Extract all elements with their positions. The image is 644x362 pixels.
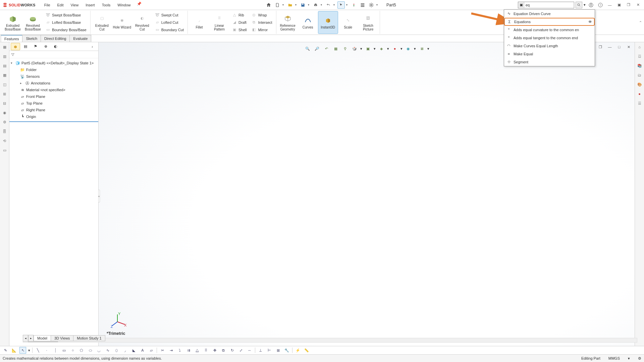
plane-sk-icon[interactable]: ▱ — [148, 347, 155, 354]
trim-icon[interactable]: ✂ — [159, 347, 166, 354]
ellipse-icon[interactable]: ⬯ — [113, 347, 120, 354]
display-style-icon[interactable]: ▣ — [364, 45, 372, 52]
zoom-fit-icon[interactable]: 🔍 — [304, 45, 311, 52]
select-icon[interactable] — [337, 1, 345, 9]
rebuild-icon[interactable] — [350, 1, 358, 9]
collapse-ribbon-icon[interactable]: ⌃ — [639, 20, 642, 24]
tab-motion-study[interactable]: Motion Study 1 — [73, 335, 105, 341]
menu-insert[interactable]: Insert — [83, 2, 98, 8]
point-icon[interactable]: · — [43, 347, 50, 354]
tree-folder[interactable]: 📁Folder — [10, 66, 98, 73]
menu-view[interactable]: View — [68, 2, 82, 8]
line-icon[interactable]: ╲ — [35, 347, 41, 354]
layout-icon[interactable]: ▣ — [615, 2, 623, 8]
save-icon[interactable] — [299, 1, 307, 9]
mdi-restore-icon[interactable]: ❐ — [596, 44, 604, 50]
tree-origin[interactable]: ┗Origin — [10, 113, 98, 120]
curves-button[interactable]: Curves — [298, 11, 318, 34]
offset-icon[interactable]: ⇉ — [185, 347, 192, 354]
apply-scene-icon[interactable]: ◉ — [405, 45, 412, 52]
move-icon[interactable]: ✥ — [211, 347, 218, 354]
toolbox-icon[interactable]: 🗄 — [1, 128, 8, 135]
view-orientation-icon[interactable]: 🎲 — [351, 45, 358, 52]
new-icon[interactable] — [274, 1, 281, 9]
file-explorer-icon[interactable]: 🗂 — [636, 72, 643, 78]
tree-top-plane[interactable]: ▱Top Plane — [10, 100, 98, 107]
scale-sk-icon[interactable]: ⤢ — [237, 347, 244, 354]
circle-icon[interactable]: ○ — [69, 347, 76, 354]
tab-features[interactable]: Features — [1, 35, 22, 42]
menu-edit[interactable]: Edit — [55, 2, 66, 8]
previous-view-icon[interactable]: ↶ — [323, 45, 330, 52]
fm-tab-display[interactable]: ◐ — [51, 43, 60, 50]
tab-model[interactable]: Model — [34, 335, 51, 341]
mdi-maximize-icon[interactable]: □ — [615, 44, 623, 50]
expand-icon[interactable]: ▸ — [20, 81, 23, 85]
display-relation-icon[interactable]: ⊢ — [266, 347, 273, 354]
suggest-equation-driven-curve[interactable]: ∿ Equation Driven Curve — [504, 10, 595, 18]
table-icon[interactable]: ⊞ — [1, 90, 8, 97]
tab-3dviews[interactable]: 3D Views — [51, 335, 73, 341]
smart-dimension-icon[interactable]: 📐 — [11, 347, 17, 354]
design-library-icon[interactable]: 📚 — [636, 62, 643, 69]
help-icon[interactable]: ? — [596, 2, 604, 8]
hide-show-icon[interactable]: ◈ — [378, 45, 385, 52]
sheet-icon[interactable]: ▤ — [1, 62, 8, 69]
rapid-sketch-icon[interactable]: ⚡ — [294, 347, 301, 354]
extruded-boss-button[interactable]: Extruded Boss/Base — [3, 11, 23, 34]
suggest-equal-length[interactable]: ◠ Make Curves Equal Length — [504, 42, 595, 50]
fm-tab-property[interactable]: ▤ — [21, 43, 30, 50]
tree-front-plane[interactable]: ▱Front Plane — [10, 93, 98, 100]
suggest-make-equal[interactable]: = Make Equal — [504, 50, 595, 58]
convert-icon[interactable]: ⤵ — [176, 347, 183, 354]
dimxpert-icon[interactable]: ⊟ — [1, 100, 8, 107]
fm-tab-tree[interactable] — [11, 43, 20, 50]
home-panel-icon[interactable]: ⌂ — [636, 44, 643, 50]
fillet-sk-icon[interactable]: ◞ — [122, 347, 128, 354]
tree-right-plane[interactable]: ▱Right Plane — [10, 107, 98, 113]
orientation-triad[interactable]: Y X Z — [111, 312, 127, 328]
mirror-sk-icon[interactable]: ⧋ — [194, 347, 201, 354]
text-icon[interactable]: A — [139, 347, 146, 354]
view-palette-icon[interactable]: 🎨 — [636, 81, 643, 88]
tab-sketch[interactable]: Sketch — [22, 35, 41, 42]
polygon-icon[interactable]: ⬠ — [78, 347, 85, 354]
appearances-icon[interactable]: ● — [636, 90, 643, 97]
tab-evaluate[interactable]: Evaluate — [69, 35, 91, 42]
weldment-icon[interactable]: ▩ — [1, 72, 8, 78]
instant2d-icon[interactable]: 📏 — [303, 347, 310, 354]
resources-icon[interactable]: ☲ — [636, 53, 643, 60]
custom-props-icon[interactable]: ☰ — [636, 100, 643, 107]
eye-icon[interactable]: 👁 — [588, 20, 592, 24]
mdi-close-icon[interactable]: ✕ — [625, 44, 633, 50]
chamfer-icon[interactable]: ◣ — [130, 347, 137, 354]
extend-icon[interactable]: ⇥ — [168, 347, 174, 354]
fm-tab-more[interactable]: › — [88, 43, 97, 50]
menu-tools[interactable]: Tools — [99, 2, 113, 8]
quick-snap-icon[interactable]: ⊞ — [275, 347, 281, 354]
zoom-area-icon[interactable]: 🔎 — [313, 45, 321, 52]
suggest-equal-tangent[interactable]: ⁼ Adds equal tangent to the common end — [504, 34, 595, 42]
graphics-viewport[interactable]: ◂ ▣ ❐ — □ ✕ 🔍 🔎 ↶ ▦ ⚲ 🎲 ▾ ▣▾ ◈▾ ●▾ ◉▾ 🖥▾… — [99, 42, 635, 350]
tree-annotations[interactable]: ▸ⒶAnnotations — [10, 80, 98, 86]
mold-icon[interactable]: ◫ — [1, 81, 8, 88]
view-settings-icon[interactable]: 🖥 — [418, 45, 425, 52]
search-button[interactable] — [576, 2, 582, 8]
copy-icon[interactable]: ⧉ — [220, 347, 227, 354]
slot-icon[interactable]: ⬭ — [87, 347, 94, 354]
edit-appearance-icon[interactable]: ● — [391, 45, 398, 52]
restore-icon[interactable]: ❐ — [625, 2, 633, 8]
dynamic-annotation-icon[interactable]: ⚲ — [341, 45, 349, 52]
status-dropdown-icon[interactable]: ▾ — [628, 356, 630, 361]
hscrollbar[interactable] — [23, 338, 637, 343]
repair-icon[interactable]: 🔧 — [283, 347, 290, 354]
render-icon[interactable]: ◉ — [1, 109, 8, 116]
mdi-minimize-icon[interactable]: — — [606, 44, 614, 50]
relation-icon[interactable]: ⊥ — [257, 347, 264, 354]
section-view-icon[interactable]: ▦ — [332, 45, 339, 52]
collapse-icon[interactable]: ▾ — [11, 61, 14, 65]
drawing-icon[interactable]: ▥ — [1, 53, 8, 60]
fm-filter[interactable]: ▽ — [9, 51, 98, 58]
select-icon[interactable]: ↖ — [19, 347, 26, 354]
centerline-icon[interactable]: ┊ — [52, 347, 59, 354]
